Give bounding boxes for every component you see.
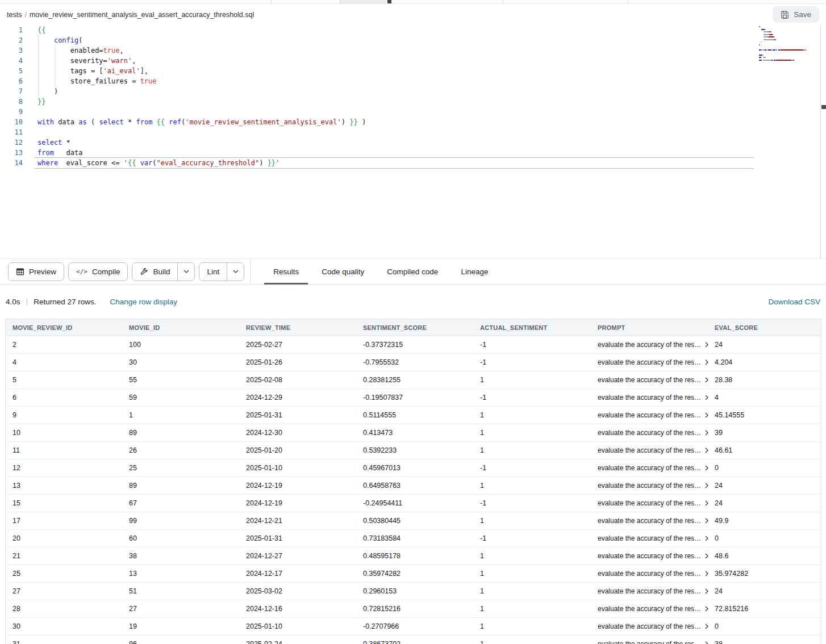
table-cell: 1: [480, 587, 598, 595]
expand-prompt-icon[interactable]: [705, 500, 708, 506]
prompt-preview-text: evaluate the accuracy of the res…: [598, 517, 701, 525]
table-cell: 1: [480, 446, 598, 454]
code-line[interactable]: 4 severity='warn',: [0, 56, 826, 66]
breadcrumb: tests/movie_review_sentiment_analysis_ev…: [7, 11, 254, 19]
table-row: 21382024-12-270.485951781evaluate the ac…: [6, 547, 821, 565]
line-number: 9: [0, 107, 23, 117]
tab-divider: [271, 0, 272, 3]
code-text: tags = ['ai_eval'],: [23, 66, 148, 76]
code-line[interactable]: 6 store_failures = true: [0, 76, 826, 86]
lint-button[interactable]: Lint: [199, 262, 244, 281]
code-line[interactable]: 5 tags = ['ai_eval'],: [0, 66, 826, 76]
code-line[interactable]: 13from data: [0, 148, 826, 158]
expand-prompt-icon[interactable]: [705, 588, 708, 594]
table-header-row: MOVIE_REVIEW_IDMOVIE_IDREVIEW_TIMESENTIM…: [6, 319, 821, 336]
code-line[interactable]: 3 enabled=true,: [0, 45, 826, 56]
table-cell: 89: [129, 429, 246, 437]
build-dropdown-button[interactable]: [177, 263, 194, 281]
tab-lineage[interactable]: Lineage: [460, 259, 489, 284]
code-line[interactable]: 1{{: [0, 25, 826, 35]
code-line[interactable]: 2 config(: [0, 35, 826, 45]
expand-prompt-icon[interactable]: [705, 536, 708, 541]
expand-prompt-icon[interactable]: [705, 571, 708, 576]
eval-score-cell: 28.38: [715, 376, 821, 384]
expand-prompt-icon[interactable]: [705, 518, 708, 524]
code-line[interactable]: 8}}: [0, 97, 826, 107]
eval-score-cell: 24: [715, 341, 821, 349]
line-number: 3: [0, 45, 23, 56]
compile-button[interactable]: </> Compile: [68, 262, 128, 281]
column-header: REVIEW_TIME: [246, 324, 363, 331]
eval-score-cell: 49.9: [715, 517, 821, 525]
code-editor[interactable]: 1{{2 config(3 enabled=true,4 severity='w…: [0, 25, 826, 258]
expand-prompt-icon[interactable]: [705, 483, 708, 488]
lint-dropdown-button[interactable]: [227, 263, 244, 281]
table-cell: 0.5114555: [363, 411, 480, 419]
table-row: 25132024-12-170.359742821evaluate the ac…: [6, 565, 821, 583]
table-cell: 1: [480, 517, 598, 525]
table-cell: 2: [12, 341, 129, 349]
prompt-cell: evaluate the accuracy of the res…: [598, 534, 715, 542]
eval-score-cell: 0: [715, 464, 821, 472]
change-row-display-link[interactable]: Change row display: [110, 298, 177, 306]
eval-score-cell: 39: [715, 429, 821, 437]
tab-edge: [340, 0, 386, 3]
table-cell: 0.45967013: [363, 464, 480, 472]
download-csv-link[interactable]: Download CSV: [768, 298, 820, 306]
eval-score-cell: 38: [715, 640, 821, 644]
column-header: MOVIE_ID: [129, 324, 246, 331]
code-line[interactable]: 7 ): [0, 86, 826, 97]
minimap[interactable]: [759, 26, 814, 62]
code-text: ): [23, 86, 58, 97]
code-text: with data as ( select * from {{ ref('mov…: [23, 117, 366, 127]
code-line[interactable]: 12select *: [0, 137, 826, 148]
dbt-ide-window: tests/movie_review_sentiment_analysis_ev…: [0, 0, 826, 644]
code-line[interactable]: 14where eval_score <= '{{ var("eval_accu…: [0, 158, 826, 168]
table-cell: 100: [129, 341, 246, 349]
line-number: 13: [0, 148, 23, 158]
expand-prompt-icon[interactable]: [705, 430, 708, 436]
editor-scrollbar-handle[interactable]: [821, 105, 826, 109]
table-cell: 67: [129, 499, 246, 507]
preview-button[interactable]: Preview: [8, 262, 64, 281]
prompt-cell: evaluate the accuracy of the res…: [598, 411, 715, 419]
table-cell: 19: [129, 622, 246, 630]
rows-returned-text: Returned 27 rows.: [34, 298, 96, 306]
expand-prompt-icon[interactable]: [705, 624, 708, 629]
code-text: [23, 127, 37, 137]
table-cell: 0.413473: [363, 429, 480, 437]
prompt-preview-text: evaluate the accuracy of the res…: [598, 622, 701, 630]
preview-label: Preview: [29, 267, 56, 276]
expand-prompt-icon[interactable]: [705, 395, 708, 400]
prompt-cell: evaluate the accuracy of the res…: [598, 341, 715, 349]
expand-prompt-icon[interactable]: [705, 342, 708, 348]
tab-results[interactable]: Results: [272, 259, 300, 284]
table-cell: 25: [129, 464, 246, 472]
expand-prompt-icon[interactable]: [705, 553, 708, 559]
table-cell: 1: [480, 376, 598, 384]
tab-compiled-code[interactable]: Compiled code: [386, 259, 439, 284]
table-cell: 27: [12, 587, 129, 595]
expand-prompt-icon[interactable]: [705, 465, 708, 471]
expand-prompt-icon[interactable]: [705, 606, 708, 612]
expand-prompt-icon[interactable]: [705, 359, 708, 365]
table-cell: 2024-12-21: [246, 517, 363, 525]
expand-prompt-icon[interactable]: [705, 641, 708, 644]
code-line[interactable]: 11: [0, 127, 826, 137]
expand-prompt-icon[interactable]: [705, 412, 708, 418]
results-tab-bar: Results Code quality Compiled code Linea…: [272, 259, 489, 284]
line-number: 1: [0, 25, 23, 35]
prompt-cell: evaluate the accuracy of the res…: [598, 640, 715, 644]
table-cell: 2025-02-27: [246, 341, 363, 349]
prompt-preview-text: evaluate the accuracy of the res…: [598, 429, 701, 437]
prompt-cell: evaluate the accuracy of the res…: [598, 376, 715, 384]
code-line[interactable]: 9: [0, 107, 826, 117]
results-table: MOVIE_REVIEW_IDMOVIE_IDREVIEW_TIMESENTIM…: [5, 319, 821, 644]
code-line[interactable]: 10with data as ( select * from {{ ref('m…: [0, 117, 826, 127]
expand-prompt-icon[interactable]: [705, 377, 708, 383]
build-button[interactable]: Build: [132, 262, 195, 281]
save-button[interactable]: Save: [773, 6, 819, 23]
tab-code-quality[interactable]: Code quality: [320, 259, 365, 284]
table-cell: 1: [129, 411, 246, 419]
expand-prompt-icon[interactable]: [705, 448, 708, 453]
